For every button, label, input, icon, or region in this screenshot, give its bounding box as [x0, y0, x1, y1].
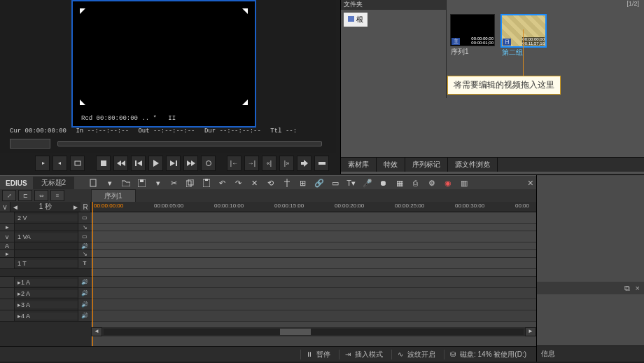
track-patch-icon[interactable] — [0, 212, 15, 223]
jog-box[interactable] — [10, 139, 50, 149]
mark-out-button[interactable] — [52, 156, 67, 171]
track-header-a4[interactable]: ▸4 A🔊 — [0, 310, 91, 322]
layout-icon[interactable]: ▥ — [458, 178, 469, 189]
settings-icon[interactable]: ⚙ — [426, 178, 437, 189]
v-toggle-icon[interactable]: v — [0, 202, 10, 212]
speaker-icon[interactable]: 🔊 — [78, 277, 91, 287]
scroll-right-button[interactable]: ► — [525, 327, 536, 336]
mark-clip-button[interactable] — [70, 156, 85, 171]
track-t1[interactable] — [91, 258, 536, 269]
fx-icon[interactable]: ↘ — [78, 250, 91, 257]
track-a1[interactable] — [91, 277, 536, 288]
dropdown-icon[interactable]: ▾ — [104, 178, 115, 189]
speaker-icon[interactable]: 🔊 — [78, 299, 91, 310]
tool-ripple[interactable]: ≡ — [50, 190, 64, 201]
transition-icon[interactable]: ▭ — [330, 178, 340, 189]
video-icon[interactable]: ▭ — [78, 231, 91, 242]
new-icon[interactable] — [88, 178, 99, 189]
link-icon[interactable]: 🔗 — [314, 178, 324, 189]
goto-out-button[interactable]: →| — [244, 156, 259, 171]
pause-icon: II — [168, 115, 176, 122]
tool-scale[interactable]: ⇔ — [34, 190, 48, 201]
track-v2[interactable] — [91, 212, 536, 224]
dropdown-icon[interactable]: ▾ — [153, 178, 163, 189]
export-icon[interactable]: ⎙ — [410, 178, 421, 189]
track-patch-icon[interactable]: v — [0, 231, 15, 242]
track-header-a1[interactable]: ▸1 A🔊 — [0, 277, 91, 288]
a-toggle-icon[interactable]: R — [80, 202, 91, 212]
track-area[interactable]: 00:00:00:00 00:00:05:00 00:00:10:00 00:0… — [91, 202, 536, 346]
bin-clip-area[interactable]: [1/2] 主 00:00:00;0000:00:01;00 序列1 日 00:… — [447, 0, 644, 98]
close-panel-button[interactable]: × — [528, 177, 533, 189]
track-va1[interactable] — [91, 231, 536, 242]
mark-in-button[interactable] — [35, 156, 50, 171]
playhead-icon[interactable] — [92, 202, 93, 346]
tool-snap[interactable]: ⊏ — [18, 190, 32, 201]
link-icon[interactable]: ⧉ — [624, 284, 630, 293]
loop-button[interactable] — [201, 156, 216, 171]
timescale-inc[interactable]: ► — [71, 203, 80, 211]
capture-icon[interactable]: ⏺ — [378, 178, 388, 189]
paste-icon[interactable] — [201, 178, 211, 189]
track-a4[interactable] — [91, 310, 536, 322]
next-edit-button[interactable]: |» — [279, 156, 294, 171]
insert-button[interactable] — [297, 156, 312, 171]
rewind-button[interactable] — [113, 156, 128, 171]
prev-edit-button[interactable]: «| — [262, 156, 276, 171]
track-header-a2[interactable]: ▸2 A🔊 — [0, 288, 91, 299]
time-ruler[interactable]: 00:00:00:00 00:00:05:00 00:00:10:00 00:0… — [91, 202, 536, 212]
sequence-tab[interactable]: 序列1 — [91, 189, 136, 203]
redo-icon[interactable]: ↷ — [233, 178, 244, 189]
tool-zoom[interactable]: ⤢ — [2, 190, 16, 201]
color-icon[interactable]: ◉ — [442, 178, 453, 189]
tab-effects[interactable]: 特效 — [377, 158, 405, 172]
delete-icon[interactable]: ✕ — [249, 178, 260, 189]
stop-button[interactable] — [96, 156, 111, 171]
prev-frame-button[interactable] — [131, 156, 146, 171]
overwrite-button[interactable] — [314, 156, 329, 171]
tab-sequence-markers[interactable]: 序列标记 — [405, 158, 448, 172]
track-header-v2[interactable]: 2 V ▭ — [0, 212, 91, 224]
timescale-label: 1 秒 — [20, 202, 71, 212]
speaker-icon[interactable]: 🔊 — [78, 242, 91, 249]
fast-forward-button[interactable] — [183, 156, 198, 171]
copy-icon[interactable] — [185, 178, 195, 189]
voiceover-icon[interactable]: 🎤 — [362, 178, 372, 189]
svg-rect-5 — [318, 162, 326, 165]
monitor-rcd-text: Rcd 00:00:00:00 .. * — [81, 115, 157, 122]
save-icon[interactable] — [136, 178, 147, 189]
goto-in-button[interactable]: |← — [227, 156, 241, 171]
timescale-dec[interactable]: ◄ — [10, 203, 20, 211]
cut-icon[interactable]: ✂ — [169, 178, 179, 189]
timeline-hscroll[interactable]: ◄ ► — [91, 327, 536, 336]
render-icon[interactable]: ▦ — [394, 178, 405, 189]
track-a2[interactable] — [91, 288, 536, 299]
track-a3[interactable] — [91, 299, 536, 310]
title-icon[interactable]: T▾ — [346, 178, 356, 189]
speaker-icon[interactable]: 🔊 — [78, 288, 91, 299]
undo-icon[interactable]: ↶ — [217, 178, 227, 189]
tab-asset-library[interactable]: 素材库 — [341, 158, 377, 172]
track-header-t1[interactable]: 1 TT — [0, 258, 91, 269]
close-icon[interactable]: × — [636, 284, 640, 292]
bin-clip-sequence1[interactable]: 主 00:00:00;0000:00:01;00 序列1 — [450, 14, 495, 46]
scroll-left-button[interactable]: ◄ — [91, 327, 102, 336]
fx-icon[interactable]: ↘ — [78, 224, 91, 231]
tab-source-browser[interactable]: 源文件浏览 — [448, 158, 498, 172]
title-track-icon[interactable]: T — [78, 258, 91, 268]
bin-tree-root[interactable]: 根 — [344, 13, 368, 27]
ripple-delete-icon[interactable]: ⟲ — [265, 178, 276, 189]
group-icon[interactable]: ⊞ — [298, 178, 308, 189]
audio-patch-icon[interactable]: A — [0, 242, 15, 249]
razor-icon[interactable] — [281, 178, 292, 189]
open-icon[interactable] — [120, 178, 131, 189]
track-header-a3[interactable]: ▸3 A🔊 — [0, 299, 91, 310]
scroll-thumb[interactable] — [280, 329, 311, 335]
shuttle-slider[interactable] — [57, 141, 322, 146]
video-icon[interactable]: ▭ — [78, 212, 91, 223]
next-frame-button[interactable] — [166, 156, 181, 171]
track-header-va1[interactable]: v 1 VA ▭ — [0, 231, 91, 242]
play-button[interactable] — [148, 156, 163, 171]
preview-canvas[interactable]: Rcd 00:00:00:00 .. * II — [71, 0, 256, 128]
speaker-icon[interactable]: 🔊 — [78, 310, 91, 321]
